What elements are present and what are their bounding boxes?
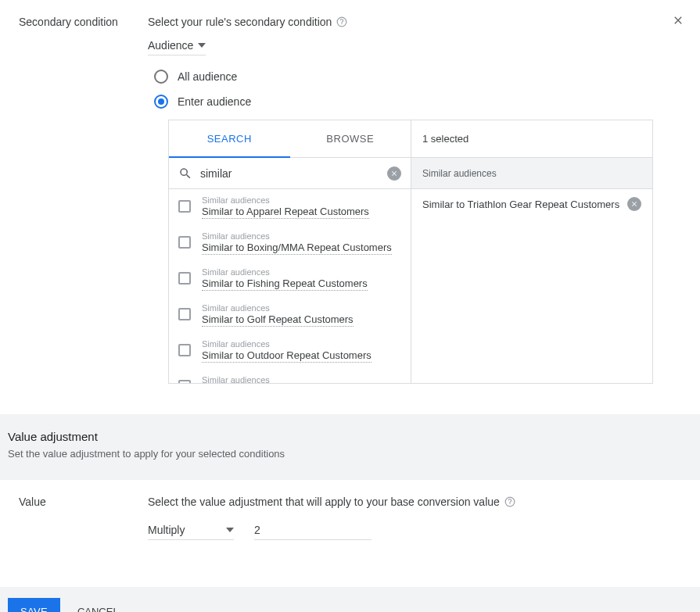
factor-input[interactable] <box>254 521 372 540</box>
footer-actions: SAVE CANCEL <box>0 587 700 612</box>
secondary-condition-prompt: Select your rule's secondary condition <box>148 16 332 28</box>
selected-item-name: Similar to Triathlon Gear Repeat Custome… <box>422 199 619 210</box>
checkbox[interactable] <box>178 200 191 213</box>
radio-label: Enter audience <box>178 95 251 108</box>
radio-icon <box>154 70 168 84</box>
list-item-category: Similar audiences <box>202 231 401 241</box>
list-item-category: Similar audiences <box>202 303 401 313</box>
remove-selected-button[interactable] <box>627 197 641 211</box>
checkbox[interactable] <box>178 380 191 383</box>
value-adjustment-card: Value Select the value adjustment that w… <box>0 480 700 587</box>
save-button[interactable]: SAVE <box>8 598 60 612</box>
list-item-name: Similar to Apparel Repeat Customers <box>202 206 369 219</box>
audience-picker: Search Browse Simi <box>168 120 653 384</box>
search-icon <box>178 166 192 181</box>
radio-icon-selected <box>154 95 168 109</box>
list-item[interactable]: Similar audiences Similar to Outdoor Rep… <box>169 333 411 369</box>
radio-label: All audience <box>178 70 237 83</box>
condition-type-dropdown[interactable]: Audience <box>148 39 206 55</box>
x-icon <box>390 170 398 177</box>
secondary-condition-label: Secondary condition <box>19 16 148 28</box>
close-button[interactable] <box>672 14 684 27</box>
checkbox[interactable] <box>178 272 191 285</box>
secondary-condition-card: Secondary condition Select your rule's s… <box>0 0 700 414</box>
list-item-name: Similar to Fishing Repeat Customers <box>202 277 368 291</box>
tab-browse[interactable]: Browse <box>290 120 411 157</box>
selected-group-header: Similar audiences <box>411 158 652 189</box>
list-item-name: Similar to Boxing/MMA Repeat Customers <box>202 242 392 255</box>
selected-item: Similar to Triathlon Gear Repeat Custome… <box>411 189 652 219</box>
operation-dropdown[interactable]: Multiply <box>148 521 234 540</box>
x-icon <box>630 200 638 208</box>
list-item[interactable]: Similar audiences Similar to Apparel Rep… <box>169 189 411 225</box>
help-icon[interactable] <box>336 16 347 27</box>
radio-all-audience[interactable]: All audience <box>148 65 681 90</box>
checkbox[interactable] <box>178 344 191 356</box>
condition-type-value: Audience <box>148 39 193 52</box>
value-adjustment-section: Value adjustment Set the value adjustmen… <box>0 430 700 471</box>
value-label: Value <box>19 496 148 508</box>
cancel-button[interactable]: CANCEL <box>68 598 128 612</box>
operation-value: Multiply <box>148 524 185 536</box>
value-adjustment-title: Value adjustment <box>8 430 692 443</box>
caret-down-icon <box>226 528 234 532</box>
tab-search[interactable]: Search <box>169 120 290 158</box>
value-adjustment-subtitle: Set the value adjustment to apply for yo… <box>8 448 692 460</box>
checkbox[interactable] <box>178 236 191 249</box>
search-input[interactable] <box>200 167 387 180</box>
help-icon[interactable] <box>504 496 515 507</box>
list-item[interactable]: Similar audiences Similar to Fishing Rep… <box>169 261 411 297</box>
audience-result-list[interactable]: Similar audiences Similar to Apparel Rep… <box>169 189 411 383</box>
list-item-category: Similar audiences <box>202 195 401 205</box>
list-item-name: Similar to Outdoor Repeat Customers <box>202 349 372 363</box>
list-item[interactable]: Similar audiences Similar to Boxing/MMA … <box>169 225 411 261</box>
list-item-category: Similar audiences <box>202 339 401 349</box>
list-item-name: Similar to Golf Repeat Customers <box>202 313 354 327</box>
list-item[interactable]: Similar audiences Similar to Running Gea… <box>169 369 411 383</box>
list-item-category: Similar audiences <box>202 267 401 277</box>
caret-down-icon <box>198 43 206 48</box>
checkbox[interactable] <box>178 308 191 320</box>
list-item-category: Similar audiences <box>202 375 401 383</box>
radio-enter-audience[interactable]: Enter audience <box>148 90 681 115</box>
value-prompt: Select the value adjustment that will ap… <box>148 496 500 508</box>
selected-count-header: 1 selected <box>411 120 652 158</box>
clear-search-button[interactable] <box>387 166 401 181</box>
list-item[interactable]: Similar audiences Similar to Golf Repeat… <box>169 297 411 333</box>
close-icon <box>672 14 684 27</box>
